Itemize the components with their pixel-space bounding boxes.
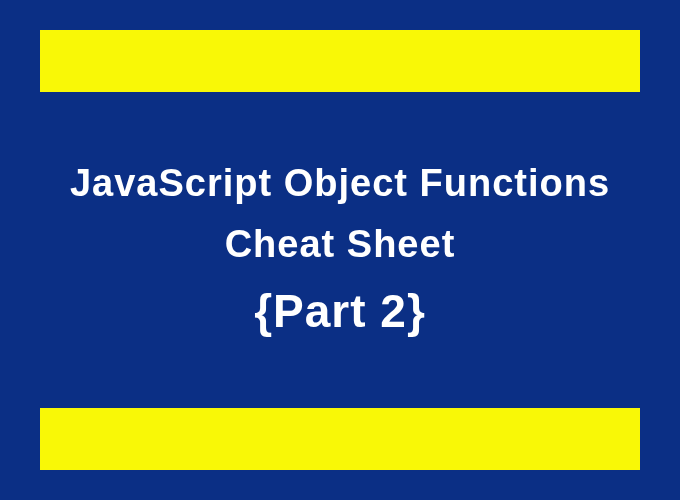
title-part: {Part 2} — [254, 284, 426, 338]
title-line-2: Cheat Sheet — [225, 223, 456, 266]
top-accent-bar — [40, 30, 640, 92]
title-block: JavaScript Object Functions Cheat Sheet … — [70, 92, 610, 408]
title-line-1: JavaScript Object Functions — [70, 162, 610, 205]
bottom-accent-bar — [40, 408, 640, 470]
